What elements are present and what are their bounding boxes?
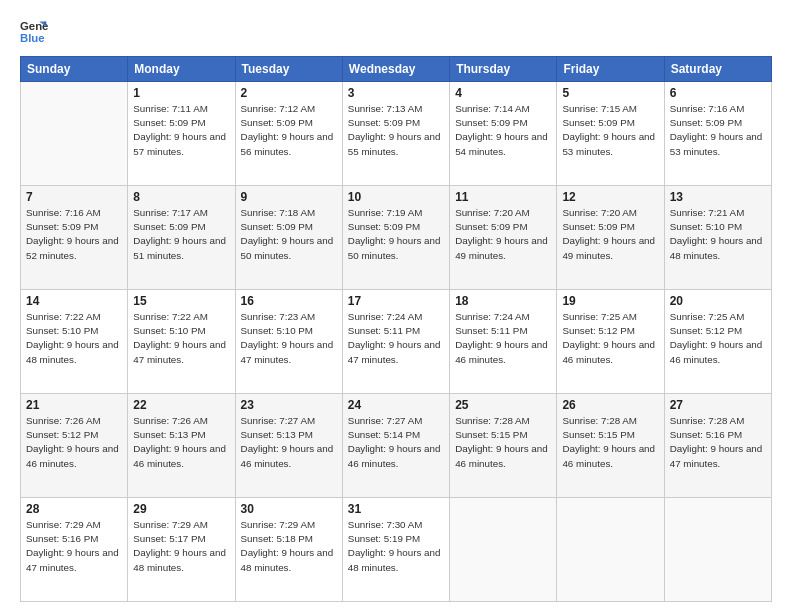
cell-sun-info: Sunrise: 7:26 AMSunset: 5:12 PMDaylight:… — [26, 414, 122, 471]
cell-day-number: 16 — [241, 294, 337, 308]
cell-day-number: 28 — [26, 502, 122, 516]
calendar-cell: 31Sunrise: 7:30 AMSunset: 5:19 PMDayligh… — [342, 498, 449, 602]
calendar-cell: 14Sunrise: 7:22 AMSunset: 5:10 PMDayligh… — [21, 290, 128, 394]
cell-day-number: 26 — [562, 398, 658, 412]
calendar-cell: 19Sunrise: 7:25 AMSunset: 5:12 PMDayligh… — [557, 290, 664, 394]
cell-sun-info: Sunrise: 7:24 AMSunset: 5:11 PMDaylight:… — [455, 310, 551, 367]
calendar-cell: 13Sunrise: 7:21 AMSunset: 5:10 PMDayligh… — [664, 186, 771, 290]
cell-sun-info: Sunrise: 7:22 AMSunset: 5:10 PMDaylight:… — [133, 310, 229, 367]
cell-sun-info: Sunrise: 7:25 AMSunset: 5:12 PMDaylight:… — [670, 310, 766, 367]
weekday-row: SundayMondayTuesdayWednesdayThursdayFrid… — [21, 57, 772, 82]
calendar-week-row: 7Sunrise: 7:16 AMSunset: 5:09 PMDaylight… — [21, 186, 772, 290]
page: General Blue SundayMondayTuesdayWednesda… — [0, 0, 792, 612]
cell-day-number: 15 — [133, 294, 229, 308]
header: General Blue — [20, 18, 772, 46]
weekday-header: Saturday — [664, 57, 771, 82]
calendar-cell: 12Sunrise: 7:20 AMSunset: 5:09 PMDayligh… — [557, 186, 664, 290]
calendar-cell: 26Sunrise: 7:28 AMSunset: 5:15 PMDayligh… — [557, 394, 664, 498]
weekday-header: Friday — [557, 57, 664, 82]
cell-day-number: 31 — [348, 502, 444, 516]
calendar-cell: 18Sunrise: 7:24 AMSunset: 5:11 PMDayligh… — [450, 290, 557, 394]
calendar-cell: 30Sunrise: 7:29 AMSunset: 5:18 PMDayligh… — [235, 498, 342, 602]
cell-day-number: 29 — [133, 502, 229, 516]
cell-day-number: 9 — [241, 190, 337, 204]
cell-sun-info: Sunrise: 7:24 AMSunset: 5:11 PMDaylight:… — [348, 310, 444, 367]
cell-sun-info: Sunrise: 7:22 AMSunset: 5:10 PMDaylight:… — [26, 310, 122, 367]
logo: General Blue — [20, 18, 52, 46]
calendar-cell: 4Sunrise: 7:14 AMSunset: 5:09 PMDaylight… — [450, 82, 557, 186]
cell-sun-info: Sunrise: 7:16 AMSunset: 5:09 PMDaylight:… — [26, 206, 122, 263]
calendar-cell: 5Sunrise: 7:15 AMSunset: 5:09 PMDaylight… — [557, 82, 664, 186]
calendar-cell: 16Sunrise: 7:23 AMSunset: 5:10 PMDayligh… — [235, 290, 342, 394]
calendar-week-row: 21Sunrise: 7:26 AMSunset: 5:12 PMDayligh… — [21, 394, 772, 498]
calendar-cell: 24Sunrise: 7:27 AMSunset: 5:14 PMDayligh… — [342, 394, 449, 498]
cell-sun-info: Sunrise: 7:28 AMSunset: 5:15 PMDaylight:… — [455, 414, 551, 471]
calendar-cell: 28Sunrise: 7:29 AMSunset: 5:16 PMDayligh… — [21, 498, 128, 602]
calendar-cell: 15Sunrise: 7:22 AMSunset: 5:10 PMDayligh… — [128, 290, 235, 394]
weekday-header: Tuesday — [235, 57, 342, 82]
weekday-header: Monday — [128, 57, 235, 82]
calendar-cell: 21Sunrise: 7:26 AMSunset: 5:12 PMDayligh… — [21, 394, 128, 498]
calendar-cell: 10Sunrise: 7:19 AMSunset: 5:09 PMDayligh… — [342, 186, 449, 290]
cell-day-number: 12 — [562, 190, 658, 204]
cell-sun-info: Sunrise: 7:29 AMSunset: 5:18 PMDaylight:… — [241, 518, 337, 575]
calendar-cell — [664, 498, 771, 602]
cell-sun-info: Sunrise: 7:21 AMSunset: 5:10 PMDaylight:… — [670, 206, 766, 263]
cell-day-number: 3 — [348, 86, 444, 100]
cell-day-number: 18 — [455, 294, 551, 308]
calendar-cell: 9Sunrise: 7:18 AMSunset: 5:09 PMDaylight… — [235, 186, 342, 290]
calendar-cell: 27Sunrise: 7:28 AMSunset: 5:16 PMDayligh… — [664, 394, 771, 498]
weekday-header: Wednesday — [342, 57, 449, 82]
cell-day-number: 6 — [670, 86, 766, 100]
cell-sun-info: Sunrise: 7:20 AMSunset: 5:09 PMDaylight:… — [562, 206, 658, 263]
calendar-week-row: 28Sunrise: 7:29 AMSunset: 5:16 PMDayligh… — [21, 498, 772, 602]
calendar-header: SundayMondayTuesdayWednesdayThursdayFrid… — [21, 57, 772, 82]
cell-sun-info: Sunrise: 7:28 AMSunset: 5:16 PMDaylight:… — [670, 414, 766, 471]
cell-day-number: 13 — [670, 190, 766, 204]
cell-sun-info: Sunrise: 7:17 AMSunset: 5:09 PMDaylight:… — [133, 206, 229, 263]
calendar-cell: 3Sunrise: 7:13 AMSunset: 5:09 PMDaylight… — [342, 82, 449, 186]
cell-sun-info: Sunrise: 7:23 AMSunset: 5:10 PMDaylight:… — [241, 310, 337, 367]
calendar-cell: 2Sunrise: 7:12 AMSunset: 5:09 PMDaylight… — [235, 82, 342, 186]
cell-sun-info: Sunrise: 7:25 AMSunset: 5:12 PMDaylight:… — [562, 310, 658, 367]
cell-sun-info: Sunrise: 7:27 AMSunset: 5:13 PMDaylight:… — [241, 414, 337, 471]
cell-sun-info: Sunrise: 7:28 AMSunset: 5:15 PMDaylight:… — [562, 414, 658, 471]
calendar-body: 1Sunrise: 7:11 AMSunset: 5:09 PMDaylight… — [21, 82, 772, 602]
cell-sun-info: Sunrise: 7:29 AMSunset: 5:17 PMDaylight:… — [133, 518, 229, 575]
calendar: SundayMondayTuesdayWednesdayThursdayFrid… — [20, 56, 772, 602]
weekday-header: Thursday — [450, 57, 557, 82]
cell-sun-info: Sunrise: 7:14 AMSunset: 5:09 PMDaylight:… — [455, 102, 551, 159]
cell-day-number: 27 — [670, 398, 766, 412]
cell-day-number: 30 — [241, 502, 337, 516]
cell-sun-info: Sunrise: 7:18 AMSunset: 5:09 PMDaylight:… — [241, 206, 337, 263]
calendar-cell — [557, 498, 664, 602]
cell-day-number: 1 — [133, 86, 229, 100]
cell-day-number: 5 — [562, 86, 658, 100]
cell-day-number: 8 — [133, 190, 229, 204]
calendar-week-row: 14Sunrise: 7:22 AMSunset: 5:10 PMDayligh… — [21, 290, 772, 394]
cell-sun-info: Sunrise: 7:26 AMSunset: 5:13 PMDaylight:… — [133, 414, 229, 471]
cell-sun-info: Sunrise: 7:15 AMSunset: 5:09 PMDaylight:… — [562, 102, 658, 159]
cell-sun-info: Sunrise: 7:12 AMSunset: 5:09 PMDaylight:… — [241, 102, 337, 159]
calendar-cell: 7Sunrise: 7:16 AMSunset: 5:09 PMDaylight… — [21, 186, 128, 290]
weekday-header: Sunday — [21, 57, 128, 82]
calendar-cell: 8Sunrise: 7:17 AMSunset: 5:09 PMDaylight… — [128, 186, 235, 290]
cell-day-number: 22 — [133, 398, 229, 412]
cell-day-number: 20 — [670, 294, 766, 308]
cell-sun-info: Sunrise: 7:11 AMSunset: 5:09 PMDaylight:… — [133, 102, 229, 159]
cell-sun-info: Sunrise: 7:27 AMSunset: 5:14 PMDaylight:… — [348, 414, 444, 471]
calendar-cell: 22Sunrise: 7:26 AMSunset: 5:13 PMDayligh… — [128, 394, 235, 498]
cell-day-number: 4 — [455, 86, 551, 100]
cell-sun-info: Sunrise: 7:19 AMSunset: 5:09 PMDaylight:… — [348, 206, 444, 263]
cell-day-number: 19 — [562, 294, 658, 308]
calendar-cell: 17Sunrise: 7:24 AMSunset: 5:11 PMDayligh… — [342, 290, 449, 394]
cell-sun-info: Sunrise: 7:29 AMSunset: 5:16 PMDaylight:… — [26, 518, 122, 575]
calendar-cell: 29Sunrise: 7:29 AMSunset: 5:17 PMDayligh… — [128, 498, 235, 602]
cell-day-number: 14 — [26, 294, 122, 308]
calendar-cell: 20Sunrise: 7:25 AMSunset: 5:12 PMDayligh… — [664, 290, 771, 394]
cell-day-number: 10 — [348, 190, 444, 204]
calendar-cell — [450, 498, 557, 602]
cell-sun-info: Sunrise: 7:16 AMSunset: 5:09 PMDaylight:… — [670, 102, 766, 159]
calendar-cell — [21, 82, 128, 186]
cell-day-number: 11 — [455, 190, 551, 204]
